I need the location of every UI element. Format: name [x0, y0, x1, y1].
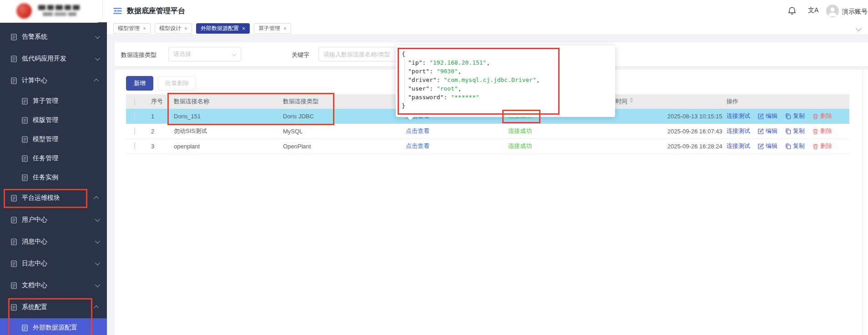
tab-label: 算子管理 [258, 25, 280, 32]
sidebar-item-compute-center[interactable]: 计算中心 [0, 70, 107, 91]
action-label: 复制 [793, 142, 805, 150]
bell-icon[interactable] [787, 6, 797, 15]
sidebar-item-user-center[interactable]: 用户中心 [0, 209, 107, 231]
sidebar-item-label: 任务管理 [33, 154, 58, 162]
sidebar-item-log-center[interactable]: 日志中心 [0, 253, 107, 274]
sidebar-item-low-code[interactable]: 低代码应用开发 [0, 48, 107, 70]
sidebar-item-label: 日志中心 [22, 259, 47, 268]
test-connection-link[interactable]: 连接测试 [727, 112, 750, 120]
table-row[interactable]: 3 openplant OpenPlant 点击查看 连接成功 2025-09-… [126, 139, 849, 154]
test-connection-link[interactable]: 连接测试 [727, 142, 750, 150]
action-label: 编辑 [766, 127, 777, 135]
sidebar-item-model-mgmt[interactable]: 模型管理 [0, 130, 107, 149]
sort-caret-icon[interactable] [630, 97, 633, 103]
tab-external-datasource[interactable]: 外部数据源配置 × [196, 23, 250, 34]
menu-fold-icon[interactable] [113, 7, 122, 15]
row-checkbox[interactable] [134, 127, 135, 135]
indent-guide [404, 59, 405, 102]
copy-link[interactable]: 复制 [785, 127, 805, 135]
test-connection-link[interactable]: 连接测试 [727, 127, 750, 135]
json-sep: : [422, 59, 429, 66]
add-button[interactable]: 新增 [126, 76, 153, 91]
json-value: "com.mysql.cj.jdbc.Driver" [444, 76, 536, 83]
sidebar-item-label: 模版管理 [33, 116, 58, 124]
sidebar-item-task-mgmt[interactable]: 任务管理 [0, 149, 107, 168]
chevron-down-icon [95, 217, 100, 222]
document-icon [11, 77, 17, 84]
json-comma: , [458, 85, 462, 92]
delete-link[interactable]: 删除 [812, 142, 832, 150]
edit-link[interactable]: 编辑 [758, 112, 777, 120]
json-sep: : [429, 68, 437, 75]
view-info-link[interactable]: 点击查看 [406, 142, 429, 150]
tab-model-design[interactable]: 模型设计 × [155, 23, 192, 34]
sidebar-item-label: 计算中心 [22, 76, 47, 85]
json-value: "root" [437, 85, 458, 92]
action-label: 连接测试 [727, 112, 750, 120]
row-name: openplant [174, 143, 200, 150]
logo-area [0, 0, 103, 23]
sidebar-item-task-instance[interactable]: 任务实例 [0, 168, 107, 187]
row-index: 2 [151, 128, 154, 135]
document-icon [11, 34, 17, 41]
json-value: "192.168.20.151" [429, 59, 486, 66]
sidebar-item-label: 用户中心 [22, 216, 47, 224]
translate-icon[interactable]: 文A [808, 6, 818, 15]
col-actions: 操作 [727, 97, 738, 106]
document-icon [11, 304, 17, 311]
chevron-up-icon [94, 79, 99, 84]
delete-link[interactable]: 删除 [812, 127, 832, 135]
close-icon[interactable]: × [143, 26, 146, 31]
select-all-checkbox[interactable] [134, 98, 135, 106]
sidebar-item-label: 算子管理 [33, 97, 58, 105]
row-checkbox[interactable] [134, 142, 135, 150]
scrollbar-track[interactable] [863, 70, 863, 335]
edit-icon [758, 128, 764, 134]
row-index: 1 [151, 113, 154, 120]
copy-link[interactable]: 复制 [785, 112, 805, 120]
json-comma: , [536, 76, 540, 83]
sidebar-item-operator-mgmt[interactable]: 算子管理 [0, 91, 107, 111]
delete-link[interactable]: 删除 [812, 112, 832, 120]
close-icon[interactable]: × [283, 26, 287, 31]
tabbar-collapse-chevron-icon[interactable] [856, 25, 862, 31]
top-header: 数据底座管理平台 文A 演示账号 [0, 0, 868, 22]
copy-link[interactable]: 复制 [785, 142, 805, 150]
close-icon[interactable]: × [242, 26, 245, 31]
sidebar-item-label: 告警系统 [22, 33, 47, 41]
account-name[interactable]: 演示账号 [842, 8, 868, 16]
tab-label: 外部数据源配置 [201, 25, 239, 32]
json-key: "password" [408, 94, 444, 101]
batch-delete-button[interactable]: 批量删除 [158, 76, 196, 91]
sidebar-item-system-config[interactable]: 系统配置 [0, 296, 107, 318]
document-icon [11, 239, 17, 245]
edit-icon [758, 143, 764, 149]
sidebar-item-external-datasource[interactable]: 外部数据源配置 [0, 318, 107, 335]
type-filter-label: 数据连接类型 [121, 51, 156, 59]
json-line: } [402, 102, 609, 110]
json-brace: { [402, 51, 405, 57]
document-icon [22, 136, 28, 143]
json-line: "password": "******" [402, 93, 609, 102]
sidebar-item-platform-ops[interactable]: 平台运维模块 [0, 187, 107, 209]
view-info-link[interactable]: 点击查看 [406, 127, 429, 135]
close-icon[interactable]: × [184, 26, 187, 31]
edit-link[interactable]: 编辑 [758, 127, 777, 135]
row-type: OpenPlant [283, 143, 311, 150]
sidebar-item-label: 消息中心 [22, 238, 47, 246]
sidebar-item-doc-center[interactable]: 文档中心 [0, 274, 107, 296]
row-checkbox[interactable] [134, 112, 135, 120]
tab-operator-mgmt[interactable]: 算子管理 × [254, 23, 291, 34]
page-title: 数据底座管理平台 [127, 6, 185, 16]
chevron-down-icon [95, 56, 100, 61]
avatar[interactable] [826, 5, 839, 17]
copy-icon [785, 113, 791, 119]
type-select[interactable]: 请选择 [168, 47, 241, 61]
sidebar-item-template-mgmt[interactable]: 模版管理 [0, 111, 107, 130]
edit-link[interactable]: 编辑 [758, 142, 777, 150]
tab-model-mgmt[interactable]: 模型管理 × [113, 23, 151, 34]
table-row[interactable]: 2 勿动SIS测试 MySQL 点击查看 连接成功 2025-09-26 16:… [126, 124, 849, 139]
sidebar-item-message-center[interactable]: 消息中心 [0, 231, 107, 253]
sidebar-item-alarm-system[interactable]: 告警系统 [0, 26, 107, 48]
copy-icon [785, 128, 791, 134]
